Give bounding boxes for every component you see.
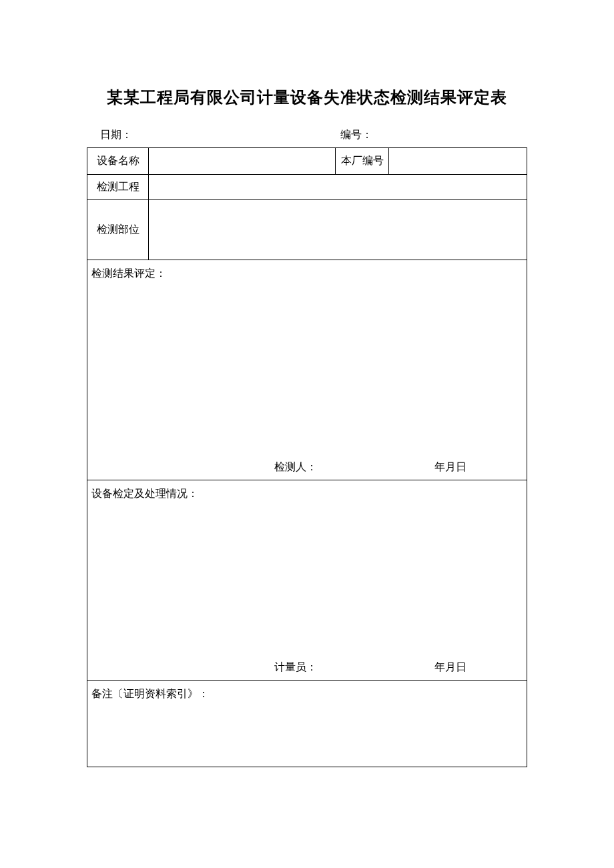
row-detect-part: 检测部位 xyxy=(87,200,527,260)
row-remark: 备注〔证明资料索引》： xyxy=(87,681,527,767)
remark-cell: 备注〔证明资料索引》： xyxy=(87,681,527,767)
factory-number-value xyxy=(389,148,527,175)
date-label: 日期： xyxy=(100,128,340,142)
remark-label: 备注〔证明资料索引》： xyxy=(91,688,209,699)
device-name-value xyxy=(149,148,336,175)
row-processing: 设备检定及处理情况： 计量员： 年月日 xyxy=(87,480,527,681)
result-footer: 检测人： 年月日 xyxy=(87,460,527,474)
detect-project-label: 检测工程 xyxy=(87,175,149,200)
detect-part-label: 检测部位 xyxy=(87,200,149,260)
serial-number-label: 编号： xyxy=(340,128,372,142)
row-device-name: 设备名称 本厂编号 xyxy=(87,148,527,175)
processing-footer: 计量员： 年月日 xyxy=(87,661,527,675)
processing-date-label: 年月日 xyxy=(434,661,467,675)
header-row: 日期： 编号： xyxy=(87,128,527,142)
form-table: 设备名称 本厂编号 检测工程 检测部位 检测结果评定： 检测人： 年月日 设备检… xyxy=(87,147,527,767)
result-cell: 检测结果评定： 检测人： 年月日 xyxy=(87,260,527,480)
result-label: 检测结果评定： xyxy=(91,267,523,281)
detect-part-value xyxy=(149,200,527,260)
result-date-label: 年月日 xyxy=(434,460,467,474)
row-detect-project: 检测工程 xyxy=(87,175,527,200)
detect-project-value xyxy=(149,175,527,200)
inspector-label: 检测人： xyxy=(274,460,434,474)
processing-label: 设备检定及处理情况： xyxy=(91,487,523,501)
metrologist-label: 计量员： xyxy=(274,661,434,675)
device-name-label: 设备名称 xyxy=(87,148,149,175)
factory-number-label: 本厂编号 xyxy=(336,148,389,175)
document-title: 某某工程局有限公司计量设备失准状态检测结果评定表 xyxy=(87,87,527,108)
row-result: 检测结果评定： 检测人： 年月日 xyxy=(87,260,527,480)
processing-cell: 设备检定及处理情况： 计量员： 年月日 xyxy=(87,480,527,681)
